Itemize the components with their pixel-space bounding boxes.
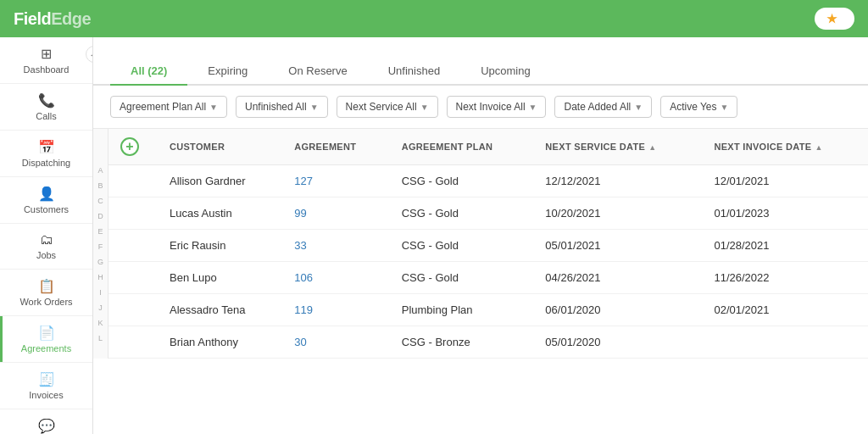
alpha-E[interactable]: E	[97, 224, 103, 239]
row-next-invoice-3: 11/26/2022	[702, 262, 868, 294]
alpha-C[interactable]: C	[97, 193, 103, 209]
alpha-I[interactable]: I	[99, 285, 102, 300]
filter-arrow-unfinished: ▼	[310, 103, 319, 112]
row-index-2	[108, 230, 158, 262]
filter-label-next-service: Next Service All	[346, 101, 417, 113]
row-agreement-3[interactable]: 106	[282, 262, 389, 294]
table-row: Lucas Austin 99 CSG - Gold 10/20/2021 01…	[108, 198, 868, 230]
alpha-L[interactable]: L	[98, 331, 103, 346]
filter-agreement-plan[interactable]: Agreement Plan All ▼	[110, 96, 227, 118]
filter-unfinished[interactable]: Unfinished All ▼	[236, 96, 328, 118]
agreements-table-container: ABCDEFGHIJKL +CUSTOMERAGREEMENTAGREEMENT…	[93, 129, 868, 434]
table-row: Ben Lupo 106 CSG - Gold 04/26/2021 11/26…	[108, 262, 868, 294]
table-row: Alessadro Tena 119 Plumbing Plan 06/01/2…	[108, 294, 868, 326]
row-index-1	[108, 198, 158, 230]
sidebar-label-dispatching: Dispatching	[22, 158, 70, 168]
filter-active[interactable]: Active Yes ▼	[660, 96, 737, 118]
col-header-agreement: AGREEMENT	[282, 129, 389, 165]
jobs-icon: 🗂	[40, 232, 53, 248]
filter-label-active: Active Yes	[670, 101, 716, 113]
filter-next-service[interactable]: Next Service All ▼	[337, 96, 438, 118]
table-row: Brian Anthony 30 CSG - Bronze 05/01/2020	[108, 326, 868, 359]
table-row: Eric Rausin 33 CSG - Gold 05/01/2021 01/…	[108, 230, 868, 262]
alpha-F[interactable]: F	[98, 239, 103, 254]
dispatching-icon: 📅	[38, 139, 55, 155]
row-plan-1: CSG - Gold	[390, 198, 534, 230]
sidebar-label-calls: Calls	[36, 111, 56, 121]
row-next-invoice-1: 01/01/2023	[702, 198, 868, 230]
row-agreement-5[interactable]: 30	[282, 326, 389, 359]
row-customer-5: Brian Anthony	[158, 326, 282, 359]
filter-arrow-next-service: ▼	[420, 103, 429, 112]
tab-on-reserve[interactable]: On Reserve	[268, 58, 367, 84]
row-next-service-4: 06/01/2020	[533, 294, 702, 326]
alpha-K[interactable]: K	[97, 315, 103, 331]
row-next-invoice-4: 02/01/2021	[702, 294, 868, 326]
filter-arrow-agreement-plan: ▼	[209, 103, 218, 112]
sidebar-item-calls[interactable]: 📞 Calls	[0, 84, 92, 131]
tab-all[interactable]: All (22)	[110, 58, 187, 84]
alpha-D[interactable]: D	[97, 209, 103, 224]
filter-label-date-added: Date Added All	[564, 101, 631, 113]
row-plan-5: CSG - Bronze	[390, 326, 534, 359]
col-header-next-invoice-date[interactable]: NEXT INVOICE DATE▲	[702, 129, 868, 165]
top-nav: FieldEdge ★	[0, 0, 868, 37]
agreements-icon: 📄	[38, 325, 55, 341]
sidebar: ◀ ⊞ Dashboard 📞 Calls 📅 Dispatching 👤 Cu…	[0, 37, 93, 434]
sidebar-item-invoices[interactable]: 🧾 Invoices	[0, 363, 92, 409]
sidebar-item-quotes[interactable]: 💬 Quotes	[0, 409, 92, 434]
row-next-invoice-5	[702, 326, 868, 359]
row-agreement-1[interactable]: 99	[282, 198, 389, 230]
sidebar-item-jobs[interactable]: 🗂 Jobs	[0, 224, 92, 270]
row-index-4	[108, 294, 158, 326]
row-customer-3: Ben Lupo	[158, 262, 282, 294]
row-agreement-0[interactable]: 127	[282, 165, 389, 198]
filter-label-next-invoice: Next Invoice All	[456, 101, 526, 113]
add-agreement-button[interactable]: +	[120, 137, 139, 156]
page-header	[93, 37, 868, 51]
alphabet-bar: ABCDEFGHIJKL	[93, 129, 108, 359]
row-next-invoice-0: 12/01/2021	[702, 165, 868, 198]
content-area: All (22)ExpiringOn ReserveUnfinishedUpco…	[93, 37, 868, 434]
tab-upcoming[interactable]: Upcoming	[460, 58, 551, 84]
row-next-service-0: 12/12/2021	[533, 165, 702, 198]
tabs-bar: All (22)ExpiringOn ReserveUnfinishedUpco…	[93, 58, 868, 86]
col-header-customer: CUSTOMER	[158, 129, 282, 165]
row-plan-4: Plumbing Plan	[390, 294, 534, 326]
alpha-A[interactable]: A	[97, 163, 103, 178]
row-customer-4: Alessadro Tena	[158, 294, 282, 326]
premier-badge[interactable]: ★	[815, 8, 854, 30]
tab-expiring[interactable]: Expiring	[187, 58, 268, 84]
alpha-J[interactable]: J	[98, 300, 103, 315]
sidebar-label-agreements: Agreements	[21, 343, 71, 353]
row-agreement-2[interactable]: 33	[282, 230, 389, 262]
col-header-agreement-plan: AGREEMENT PLAN	[390, 129, 534, 165]
row-plan-2: CSG - Gold	[390, 230, 534, 262]
col-header-next-service-date[interactable]: NEXT SERVICE DATE▲	[533, 129, 702, 165]
sidebar-label-jobs: Jobs	[36, 250, 56, 260]
alpha-G[interactable]: G	[97, 254, 103, 270]
row-next-service-2: 05/01/2021	[533, 230, 702, 262]
sidebar-label-dashboard: Dashboard	[24, 64, 70, 75]
dashboard-icon: ⊞	[41, 46, 52, 62]
alpha-B[interactable]: B	[97, 178, 103, 193]
logo: FieldEdge	[14, 9, 91, 29]
alpha-H[interactable]: H	[97, 270, 103, 285]
row-agreement-4[interactable]: 119	[282, 294, 389, 326]
filter-date-added[interactable]: Date Added All ▼	[554, 96, 652, 118]
filter-arrow-next-invoice: ▼	[529, 103, 537, 112]
sidebar-item-dispatching[interactable]: 📅 Dispatching	[0, 131, 92, 177]
row-plan-0: CSG - Gold	[390, 165, 534, 198]
row-index-3	[108, 262, 158, 294]
sidebar-item-agreements[interactable]: 📄 Agreements	[0, 316, 92, 363]
invoices-icon: 🧾	[38, 371, 55, 387]
tab-unfinished[interactable]: Unfinished	[368, 58, 460, 84]
sidebar-item-customers[interactable]: 👤 Customers	[0, 177, 92, 224]
sidebar-item-work-orders[interactable]: 📋 Work Orders	[0, 270, 92, 316]
sidebar-item-dashboard[interactable]: ⊞ Dashboard	[0, 37, 92, 84]
row-index-5	[108, 326, 158, 359]
filter-next-invoice[interactable]: Next Invoice All ▼	[447, 96, 547, 118]
sidebar-label-work-orders: Work Orders	[19, 297, 72, 307]
quotes-icon: 💬	[38, 418, 55, 434]
row-next-invoice-2: 01/28/2021	[702, 230, 868, 262]
